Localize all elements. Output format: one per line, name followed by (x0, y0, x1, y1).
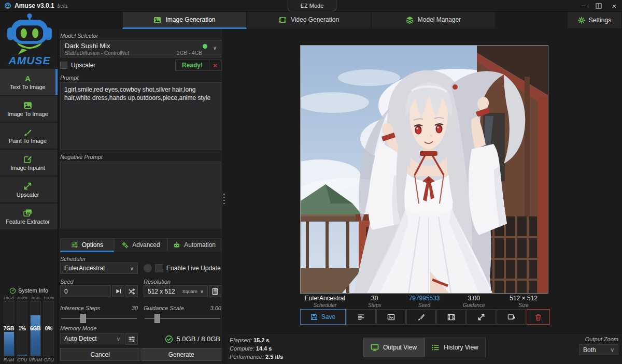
model-selector-dropdown[interactable]: Dark Sushi Mix StableDiffusion - Control… (60, 40, 221, 57)
unload-model-button[interactable]: × (209, 60, 221, 70)
view-switcher: Output View History View (363, 338, 486, 357)
info-size: 512 × 512 Size (499, 295, 548, 308)
cancel-button[interactable]: Cancel (60, 348, 140, 361)
output-area: EulerAncestral Scheduler 30 Steps 797995… (227, 29, 622, 364)
meter-bar: 1% (17, 301, 27, 356)
sidebar-item-label: Paint To Image (9, 138, 47, 144)
info-value: 30 (371, 295, 378, 302)
layers-icon (406, 16, 414, 24)
stat-value: 2.5 it/s (265, 354, 283, 360)
info-seed: 797995533 Seed (400, 295, 449, 308)
panel-splitter[interactable] (221, 29, 227, 364)
live-update-checkbox[interactable] (155, 264, 163, 272)
output-zoom-control: Output Zoom Both ∨ (579, 336, 618, 355)
tab-options[interactable]: Options (60, 238, 114, 252)
image-details-button[interactable] (346, 309, 376, 325)
tab-image-generation[interactable]: Image Generation (122, 11, 247, 29)
amuse-logo: AMUSE (3, 13, 56, 68)
reuse-seed-button[interactable] (112, 285, 124, 297)
seed-input[interactable]: 0 (60, 285, 111, 297)
close-button[interactable]: × (606, 0, 622, 11)
negative-prompt-input[interactable] (60, 162, 221, 228)
sidebar-item-image-to-image[interactable]: Image To Image (0, 96, 58, 122)
send-to-feature-extractor-button[interactable] (497, 309, 526, 325)
history-view-label: History View (444, 344, 478, 351)
image-arrow-icon (507, 313, 515, 321)
sidebar-item-label: Image To Image (7, 111, 48, 117)
slider-thumb[interactable] (154, 314, 160, 323)
image-icon (153, 16, 161, 24)
save-image-button[interactable]: Save (300, 309, 346, 325)
output-zoom-value: Both (583, 346, 596, 354)
trash-icon (534, 313, 542, 321)
generated-image-frame (300, 45, 548, 294)
system-info-header: System Info (0, 286, 58, 295)
info-label: Scheduler (313, 302, 336, 308)
system-info-title: System Info (18, 287, 48, 294)
settings-button[interactable]: Settings (567, 11, 622, 29)
meter-bar: 7GB (4, 301, 15, 356)
scheduler-dropdown[interactable]: EulerAncestral ∨ (60, 263, 138, 274)
sidebar-item-image-inpaint[interactable]: Image Inpaint (0, 150, 58, 176)
sidebar-item-text-to-image[interactable]: Text To Image (0, 69, 58, 95)
meter-fill (4, 332, 14, 356)
film-strip-icon (447, 313, 455, 321)
tab-model-manager[interactable]: Model Manager (371, 11, 496, 29)
resolution-label: Resolution (144, 278, 221, 285)
send-to-upscaler-button[interactable] (466, 309, 496, 325)
upscale-arrows-icon (477, 313, 485, 321)
tab-advanced[interactable]: Advanced (114, 238, 168, 252)
live-update-label: Enable Live Update (166, 265, 221, 272)
resolution-dropdown[interactable]: 512 x 512 Square ∨ (144, 285, 208, 297)
output-view-button[interactable]: Output View (363, 338, 425, 357)
letter-a-icon (23, 74, 32, 83)
tab-video-generation[interactable]: Video Generation (247, 11, 371, 29)
meter-max-label: 100% (17, 296, 27, 301)
guidance-scale-slider[interactable] (144, 314, 221, 323)
history-view-button[interactable]: History View (425, 338, 486, 357)
upscaler-checkbox[interactable] (60, 62, 67, 69)
sidebar-item-paint-to-image[interactable]: Paint To Image (0, 123, 58, 149)
system-meters: 16GB 7GB RAM 100% 1% CPU (0, 296, 58, 362)
send-to-paint-button[interactable] (406, 309, 436, 325)
stat-value: 15.2 s (253, 337, 270, 343)
slider-thumb[interactable] (80, 314, 86, 323)
send-to-video-button[interactable] (436, 309, 466, 325)
sidebar-item-feature-extractor[interactable]: Feature Extractor (0, 203, 58, 229)
random-seed-button[interactable] (125, 285, 138, 297)
resolution-calculator-button[interactable] (209, 285, 221, 297)
sidebar-item-upscaler[interactable]: Upscaler (0, 177, 58, 202)
tab-label: Model Manager (418, 16, 461, 23)
meter-value: 1% (18, 326, 25, 331)
tab-automation[interactable]: Automation (167, 238, 221, 252)
maximize-button[interactable] (591, 0, 606, 11)
live-update-toggle[interactable] (144, 264, 152, 272)
seed-link[interactable]: 797995533 (408, 295, 440, 302)
memory-mode-dropdown[interactable]: Auto Detect ∨ (60, 333, 124, 344)
delete-image-button[interactable] (527, 309, 550, 325)
skip-icon (115, 288, 122, 295)
meter-name: VRAM (29, 357, 42, 362)
inference-steps-slider[interactable] (60, 314, 138, 323)
memory-settings-button[interactable] (125, 333, 138, 345)
app-beta-tag: beta (58, 3, 67, 9)
ready-status[interactable]: Ready! (176, 60, 209, 70)
ez-mode-button[interactable]: EZ Mode (288, 0, 336, 11)
splitter-handle[interactable] (223, 194, 225, 206)
meter-value: 7GB (4, 326, 15, 331)
minimize-button[interactable]: ─ (575, 0, 591, 11)
pencil-square-icon (23, 155, 32, 164)
amuse-robot-icon (4, 2, 11, 9)
tab-label: Options (82, 241, 103, 249)
send-to-image-button[interactable] (376, 309, 406, 325)
chevron-down-icon: ∨ (611, 347, 614, 353)
floppy-icon (310, 313, 318, 321)
meter-value: 6GB (30, 326, 41, 331)
prompt-input[interactable]: 1girl,smile,red eyes,cowboy shot,silver … (60, 82, 221, 150)
generate-button[interactable]: Generate (142, 348, 222, 361)
options-tab-strip: Options Advanced Automation (60, 238, 221, 252)
seed-label: Seed (60, 278, 138, 285)
performance-stats: Elapsed: 15.2 s Compute: 14.4 s Performa… (230, 336, 283, 361)
sidebar-item-label: Upscaler (17, 192, 39, 198)
output-zoom-dropdown[interactable]: Both ∨ (579, 344, 618, 355)
